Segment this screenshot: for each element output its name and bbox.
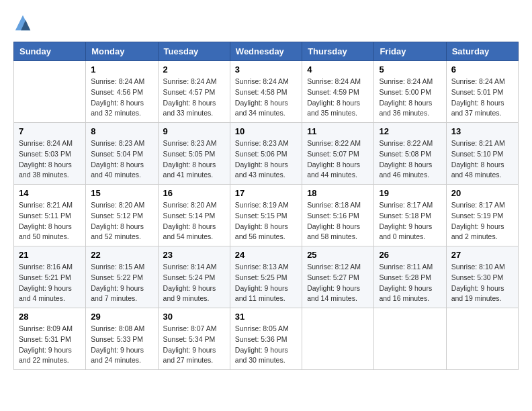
calendar-cell: 22Sunrise: 8:15 AMSunset: 5:22 PMDayligh…	[86, 246, 158, 308]
day-info: Sunrise: 8:13 AMSunset: 5:25 PMDaylight:…	[235, 262, 297, 304]
day-info: Sunrise: 8:21 AMSunset: 5:10 PMDaylight:…	[451, 138, 513, 181]
day-info: Sunrise: 8:24 AMSunset: 5:03 PMDaylight:…	[19, 138, 81, 181]
day-info: Sunrise: 8:11 AMSunset: 5:28 PMDaylight:…	[379, 262, 441, 304]
day-number: 31	[235, 312, 297, 322]
day-number: 8	[91, 126, 152, 136]
day-number: 21	[19, 250, 81, 260]
day-info: Sunrise: 8:20 AMSunset: 5:14 PMDaylight:…	[163, 200, 225, 242]
day-info: Sunrise: 8:18 AMSunset: 5:16 PMDaylight:…	[307, 200, 369, 242]
day-number: 17	[235, 188, 297, 198]
day-info: Sunrise: 8:14 AMSunset: 5:24 PMDaylight:…	[163, 262, 225, 304]
calendar-cell: 19Sunrise: 8:17 AMSunset: 5:18 PMDayligh…	[374, 185, 446, 246]
calendar-cell: 28Sunrise: 8:09 AMSunset: 5:31 PMDayligh…	[14, 308, 86, 370]
calendar-cell: 3Sunrise: 8:24 AMSunset: 4:58 PMDaylight…	[230, 61, 302, 123]
day-number: 11	[307, 126, 369, 136]
week-row: 28Sunrise: 8:09 AMSunset: 5:31 PMDayligh…	[14, 308, 519, 370]
day-number: 22	[91, 250, 152, 260]
day-number: 6	[451, 64, 513, 75]
day-number: 9	[163, 126, 225, 136]
week-row: 7Sunrise: 8:24 AMSunset: 5:03 PMDaylight…	[14, 123, 519, 185]
calendar-cell: 29Sunrise: 8:08 AMSunset: 5:33 PMDayligh…	[86, 308, 158, 370]
day-info: Sunrise: 8:16 AMSunset: 5:21 PMDaylight:…	[19, 262, 81, 304]
calendar-cell: 17Sunrise: 8:19 AMSunset: 5:15 PMDayligh…	[230, 185, 302, 246]
page: SundayMondayTuesdayWednesdayThursdayFrid…	[0, 0, 532, 377]
calendar-cell	[302, 308, 374, 370]
day-number: 29	[91, 312, 152, 322]
header-row: SundayMondayTuesdayWednesdayThursdayFrid…	[14, 42, 519, 61]
calendar-cell: 8Sunrise: 8:23 AMSunset: 5:04 PMDaylight…	[86, 123, 158, 185]
day-info: Sunrise: 8:17 AMSunset: 5:18 PMDaylight:…	[379, 200, 441, 242]
day-number: 15	[91, 188, 152, 198]
day-info: Sunrise: 8:23 AMSunset: 5:04 PMDaylight:…	[91, 138, 152, 181]
day-number: 26	[379, 250, 441, 260]
header	[13, 13, 519, 32]
day-info: Sunrise: 8:21 AMSunset: 5:11 PMDaylight:…	[19, 200, 81, 242]
calendar-cell: 27Sunrise: 8:10 AMSunset: 5:30 PMDayligh…	[446, 246, 518, 308]
day-info: Sunrise: 8:22 AMSunset: 5:07 PMDaylight:…	[307, 138, 369, 181]
col-header-sunday: Sunday	[14, 42, 86, 61]
day-info: Sunrise: 8:23 AMSunset: 5:05 PMDaylight:…	[163, 138, 225, 181]
calendar-cell: 14Sunrise: 8:21 AMSunset: 5:11 PMDayligh…	[14, 185, 86, 246]
calendar-cell: 30Sunrise: 8:07 AMSunset: 5:34 PMDayligh…	[158, 308, 230, 370]
day-info: Sunrise: 8:05 AMSunset: 5:36 PMDaylight:…	[235, 324, 297, 366]
calendar-cell: 11Sunrise: 8:22 AMSunset: 5:07 PMDayligh…	[302, 123, 374, 185]
day-info: Sunrise: 8:23 AMSunset: 5:06 PMDaylight:…	[235, 138, 297, 181]
calendar-cell: 12Sunrise: 8:22 AMSunset: 5:08 PMDayligh…	[374, 123, 446, 185]
calendar-cell: 10Sunrise: 8:23 AMSunset: 5:06 PMDayligh…	[230, 123, 302, 185]
day-number: 13	[451, 126, 513, 136]
day-info: Sunrise: 8:20 AMSunset: 5:12 PMDaylight:…	[91, 200, 152, 242]
day-number: 7	[19, 126, 81, 136]
calendar-cell: 31Sunrise: 8:05 AMSunset: 5:36 PMDayligh…	[230, 308, 302, 370]
week-row: 1Sunrise: 8:24 AMSunset: 4:56 PMDaylight…	[14, 61, 519, 123]
day-number: 30	[163, 312, 225, 322]
col-header-monday: Monday	[86, 42, 158, 61]
calendar-cell: 5Sunrise: 8:24 AMSunset: 5:00 PMDaylight…	[374, 61, 446, 123]
day-info: Sunrise: 8:07 AMSunset: 5:34 PMDaylight:…	[163, 324, 225, 366]
col-header-wednesday: Wednesday	[230, 42, 302, 61]
day-info: Sunrise: 8:15 AMSunset: 5:22 PMDaylight:…	[91, 262, 152, 304]
calendar-cell: 25Sunrise: 8:12 AMSunset: 5:27 PMDayligh…	[302, 246, 374, 308]
day-number: 25	[307, 250, 369, 260]
calendar-cell: 24Sunrise: 8:13 AMSunset: 5:25 PMDayligh…	[230, 246, 302, 308]
day-info: Sunrise: 8:09 AMSunset: 5:31 PMDaylight:…	[19, 324, 81, 366]
day-info: Sunrise: 8:17 AMSunset: 5:19 PMDaylight:…	[451, 200, 513, 242]
calendar-cell: 18Sunrise: 8:18 AMSunset: 5:16 PMDayligh…	[302, 185, 374, 246]
calendar-cell: 1Sunrise: 8:24 AMSunset: 4:56 PMDaylight…	[86, 61, 158, 123]
day-info: Sunrise: 8:24 AMSunset: 4:56 PMDaylight:…	[91, 77, 152, 119]
day-number: 18	[307, 188, 369, 198]
calendar-cell: 26Sunrise: 8:11 AMSunset: 5:28 PMDayligh…	[374, 246, 446, 308]
day-info: Sunrise: 8:24 AMSunset: 5:00 PMDaylight:…	[379, 77, 441, 119]
day-number: 20	[451, 188, 513, 198]
day-info: Sunrise: 8:24 AMSunset: 4:59 PMDaylight:…	[307, 77, 369, 119]
day-number: 27	[451, 250, 513, 260]
col-header-saturday: Saturday	[446, 42, 518, 61]
day-info: Sunrise: 8:22 AMSunset: 5:08 PMDaylight:…	[379, 138, 441, 181]
col-header-friday: Friday	[374, 42, 446, 61]
day-info: Sunrise: 8:10 AMSunset: 5:30 PMDaylight:…	[451, 262, 513, 304]
day-info: Sunrise: 8:19 AMSunset: 5:15 PMDaylight:…	[235, 200, 297, 242]
col-header-tuesday: Tuesday	[158, 42, 230, 61]
calendar-cell: 9Sunrise: 8:23 AMSunset: 5:05 PMDaylight…	[158, 123, 230, 185]
day-number: 1	[91, 64, 152, 75]
calendar-cell: 6Sunrise: 8:24 AMSunset: 5:01 PMDaylight…	[446, 61, 518, 123]
day-number: 24	[235, 250, 297, 260]
day-info: Sunrise: 8:24 AMSunset: 4:58 PMDaylight:…	[235, 77, 297, 119]
calendar-cell: 4Sunrise: 8:24 AMSunset: 4:59 PMDaylight…	[302, 61, 374, 123]
day-number: 12	[379, 126, 441, 136]
calendar-cell: 13Sunrise: 8:21 AMSunset: 5:10 PMDayligh…	[446, 123, 518, 185]
calendar-cell: 20Sunrise: 8:17 AMSunset: 5:19 PMDayligh…	[446, 185, 518, 246]
day-number: 23	[163, 250, 225, 260]
calendar-cell: 21Sunrise: 8:16 AMSunset: 5:21 PMDayligh…	[14, 246, 86, 308]
calendar-cell	[374, 308, 446, 370]
day-number: 2	[163, 64, 225, 75]
calendar-cell: 7Sunrise: 8:24 AMSunset: 5:03 PMDaylight…	[14, 123, 86, 185]
calendar-cell: 16Sunrise: 8:20 AMSunset: 5:14 PMDayligh…	[158, 185, 230, 246]
day-number: 19	[379, 188, 441, 198]
day-info: Sunrise: 8:24 AMSunset: 5:01 PMDaylight:…	[451, 77, 513, 119]
day-number: 28	[19, 312, 81, 322]
calendar-cell	[446, 308, 518, 370]
logo	[13, 13, 35, 32]
week-row: 21Sunrise: 8:16 AMSunset: 5:21 PMDayligh…	[14, 246, 519, 308]
calendar-cell: 15Sunrise: 8:20 AMSunset: 5:12 PMDayligh…	[86, 185, 158, 246]
day-number: 16	[163, 188, 225, 198]
